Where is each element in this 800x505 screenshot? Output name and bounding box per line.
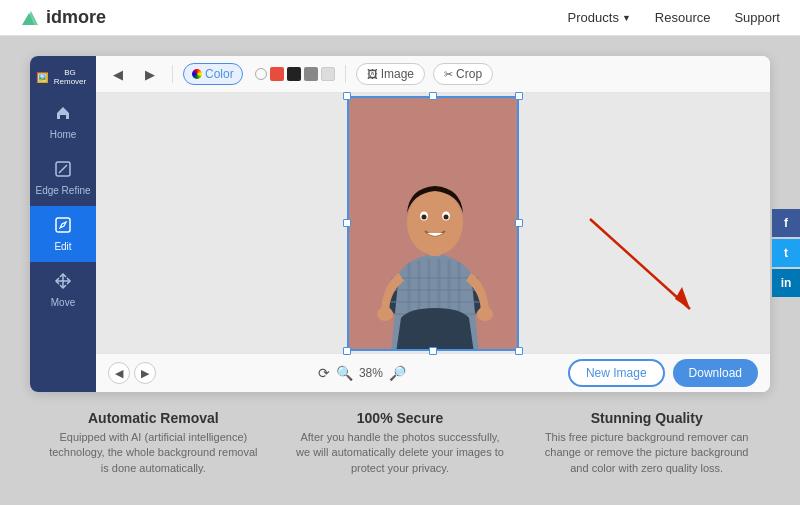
arrow-annotation	[580, 209, 710, 333]
zoom-in-icon: 🔎	[389, 365, 406, 381]
feature-automatic-title: Automatic Removal	[46, 410, 261, 426]
nav-resource[interactable]: Resource	[655, 10, 711, 25]
crop-btn-label: Crop	[456, 67, 482, 81]
svg-line-14	[590, 219, 690, 309]
edit-icon	[54, 216, 72, 238]
nav-products[interactable]: Products ▼	[568, 10, 631, 25]
zoom-level: 38%	[359, 366, 383, 380]
new-image-button[interactable]: New Image	[568, 359, 665, 387]
handle-top-right[interactable]	[515, 92, 523, 100]
color-circle-icon	[192, 69, 202, 79]
undo-button[interactable]: ◀	[106, 62, 130, 86]
header: idmore Products ▼ Resource Support	[0, 0, 800, 36]
toolbar-separator-2	[345, 65, 346, 83]
main-content: 🖼️ BG Remover Home	[0, 36, 800, 500]
header-nav: Products ▼ Resource Support	[568, 10, 780, 25]
next-arrow-button[interactable]: ▶	[134, 362, 156, 384]
color-swatch-gray[interactable]	[304, 67, 318, 81]
feature-quality-desc: This free picture background remover can…	[539, 430, 754, 476]
sidebar-item-edge-refine-label: Edge Refine	[35, 185, 90, 196]
twitter-button[interactable]: t	[772, 239, 800, 267]
handle-bottom-left[interactable]	[343, 347, 351, 355]
image-icon: 🖼	[367, 68, 378, 80]
feature-quality-title: Stunning Quality	[539, 410, 754, 426]
sidebar-item-move[interactable]: Move	[30, 262, 96, 318]
crop-view-button[interactable]: ✂ Crop	[433, 63, 493, 85]
svg-point-13	[477, 307, 493, 321]
image-frame	[347, 96, 519, 351]
svg-point-11	[444, 214, 449, 219]
facebook-button[interactable]: f	[772, 209, 800, 237]
svg-marker-15	[675, 287, 690, 309]
person-photo	[349, 98, 519, 351]
edge-refine-icon	[54, 160, 72, 182]
handle-middle-left[interactable]	[343, 219, 351, 227]
handle-middle-right[interactable]	[515, 219, 523, 227]
sidebar-item-edit-label: Edit	[54, 241, 71, 252]
color-tab[interactable]: Color	[183, 63, 243, 85]
toolbar: ◀ ▶ Color �	[96, 56, 770, 93]
handle-top-left[interactable]	[343, 92, 351, 100]
handle-bottom-right[interactable]	[515, 347, 523, 355]
handle-bottom-middle[interactable]	[429, 347, 437, 355]
color-tab-label: Color	[205, 67, 234, 81]
color-swatches	[255, 67, 335, 81]
bottom-bar: ◀ ▶ ⟳ 🔍 38% 🔎 New Image Download	[96, 353, 770, 392]
prev-arrow-button[interactable]: ◀	[108, 362, 130, 384]
canvas-area	[96, 93, 770, 353]
social-sidebar: f t in	[772, 209, 800, 297]
redo-button[interactable]: ▶	[138, 62, 162, 86]
chevron-down-icon: ▼	[622, 13, 631, 23]
logo: idmore	[20, 7, 106, 29]
logo-icon	[20, 7, 42, 29]
feature-automatic-desc: Equipped with AI (artificial intelligenc…	[46, 430, 261, 476]
action-buttons: New Image Download	[568, 359, 758, 387]
logo-text: idmore	[46, 7, 106, 28]
zoom-out-icon: 🔍	[336, 365, 353, 381]
toolbar-separator-1	[172, 65, 173, 83]
svg-point-10	[422, 214, 427, 219]
crop-icon: ✂	[444, 68, 453, 81]
svg-rect-3	[56, 218, 70, 232]
feature-quality: Stunning Quality This free picture backg…	[523, 406, 770, 480]
svg-point-12	[377, 307, 393, 321]
handle-top-middle[interactable]	[429, 92, 437, 100]
editor-area: ◀ ▶ Color �	[96, 56, 770, 392]
sidebar-item-home[interactable]: Home	[30, 94, 96, 150]
feature-secure: 100% Secure After you handle the photos …	[277, 406, 524, 480]
linkedin-button[interactable]: in	[772, 269, 800, 297]
nav-arrows: ◀ ▶	[108, 362, 156, 384]
sidebar-item-move-label: Move	[51, 297, 75, 308]
feature-automatic: Automatic Removal Equipped with AI (arti…	[30, 406, 277, 480]
arrow-svg	[580, 209, 710, 329]
color-swatch-light[interactable]	[321, 67, 335, 81]
nav-support[interactable]: Support	[734, 10, 780, 25]
image-btn-label: Image	[381, 67, 414, 81]
sidebar-brand: 🖼️ BG Remover	[30, 64, 96, 94]
sidebar-item-edge-refine[interactable]: Edge Refine	[30, 150, 96, 206]
reset-icon: ⟳	[318, 365, 330, 381]
home-icon	[54, 104, 72, 126]
move-icon	[54, 272, 72, 294]
feature-secure-title: 100% Secure	[293, 410, 508, 426]
color-swatch-red[interactable]	[270, 67, 284, 81]
features-section: Automatic Removal Equipped with AI (arti…	[30, 406, 770, 480]
color-circle-outline	[255, 68, 267, 80]
photo-container	[347, 96, 519, 351]
sidebar-item-edit[interactable]: Edit	[30, 206, 96, 262]
download-button[interactable]: Download	[673, 359, 758, 387]
app-body: 🖼️ BG Remover Home	[30, 56, 770, 392]
image-view-button[interactable]: 🖼 Image	[356, 63, 425, 85]
app-window: 🖼️ BG Remover Home	[30, 56, 770, 392]
sidebar-item-home-label: Home	[50, 129, 77, 140]
feature-secure-desc: After you handle the photos successfully…	[293, 430, 508, 476]
color-swatch-black[interactable]	[287, 67, 301, 81]
svg-point-7	[407, 191, 463, 255]
sidebar: 🖼️ BG Remover Home	[30, 56, 96, 392]
zoom-controls: ⟳ 🔍 38% 🔎	[318, 365, 406, 381]
